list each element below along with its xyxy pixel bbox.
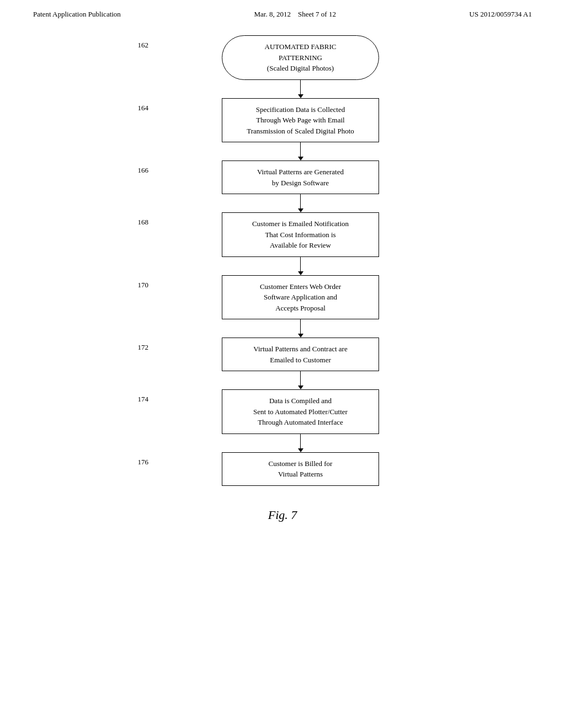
- arrow-162: [153, 80, 448, 98]
- step-label-164: 164: [117, 98, 153, 113]
- step-row-170: 170Customer Enters Web OrderSoftware App…: [117, 275, 448, 338]
- step-box-164: Specification Data is CollectedThrough W…: [222, 98, 379, 143]
- header-right: US 2012/0059734 A1: [470, 10, 532, 19]
- step-label-174: 174: [117, 389, 153, 404]
- step-box-162: AUTOMATED FABRICPATTERNING(Scaled Digita…: [222, 35, 379, 80]
- step-box-172: Virtual Patterns and Contract areEmailed…: [222, 338, 379, 371]
- step-row-162: 162AUTOMATED FABRICPATTERNING(Scaled Dig…: [117, 35, 448, 98]
- arrow-170: [153, 319, 448, 338]
- step-label-162: 162: [117, 35, 153, 50]
- header-center: Mar. 8, 2012 Sheet 7 of 12: [254, 10, 336, 19]
- step-label-172: 172: [117, 338, 153, 352]
- step-label-168: 168: [117, 212, 153, 227]
- arrow-172: [153, 371, 448, 389]
- step-row-176: 176Customer is Billed forVirtual Pattern…: [117, 452, 448, 486]
- step-box-170: Customer Enters Web OrderSoftware Applic…: [222, 275, 379, 320]
- arrow-166: [153, 194, 448, 212]
- main-content: 162AUTOMATED FABRICPATTERNING(Scaled Dig…: [0, 24, 565, 544]
- page-header: Patent Application Publication Mar. 8, 2…: [0, 0, 565, 24]
- step-row-168: 168Customer is Emailed NotificationThat …: [117, 212, 448, 275]
- header-left: Patent Application Publication: [33, 10, 121, 19]
- step-box-176: Customer is Billed forVirtual Patterns: [222, 452, 379, 486]
- step-row-166: 166Virtual Patterns are Generatedby Desi…: [117, 160, 448, 212]
- step-label-176: 176: [117, 452, 153, 467]
- arrow-174: [153, 434, 448, 452]
- step-row-174: 174Data is Compiled andSent to Automated…: [117, 389, 448, 452]
- arrow-164: [153, 142, 448, 160]
- step-box-174: Data is Compiled andSent to Automated Pl…: [222, 389, 379, 434]
- flowchart: 162AUTOMATED FABRICPATTERNING(Scaled Dig…: [117, 35, 448, 486]
- figure-caption: Fig. 7: [268, 508, 297, 522]
- step-label-166: 166: [117, 160, 153, 175]
- step-box-166: Virtual Patterns are Generatedby Design …: [222, 160, 379, 194]
- step-box-168: Customer is Emailed NotificationThat Cos…: [222, 212, 379, 257]
- step-row-172: 172Virtual Patterns and Contract areEmai…: [117, 338, 448, 389]
- step-row-164: 164Specification Data is CollectedThroug…: [117, 98, 448, 161]
- arrow-168: [153, 257, 448, 275]
- step-label-170: 170: [117, 275, 153, 290]
